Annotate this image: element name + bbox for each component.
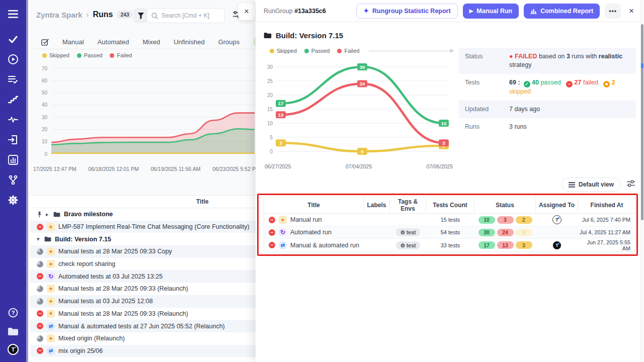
list-item[interactable]: ✦Manual tests at 03 Jul 2025 12:08 [30,295,256,308]
gear-icon[interactable] [7,194,19,206]
runs-table: TitleLabelsTags & EnvsTests CountStatusA… [264,197,636,252]
combined-report-button[interactable]: Combined Report [524,4,600,19]
build-title: Build: Version 7.15 [276,31,343,40]
menu-icon[interactable] [7,8,19,20]
in-progress-status-icon [37,248,43,255]
assigned-cell: T [536,214,578,226]
manual-run-icon: ✦ [47,310,55,318]
svg-text:13: 13 [278,112,284,118]
svg-text:10: 10 [441,121,447,126]
select-runs-icon[interactable] [41,38,49,46]
legend-item: Failed [337,48,359,54]
tag-pill[interactable]: ⚙ test [396,228,420,236]
list-item[interactable]: ✦Mixed origin (Relaunch) [30,332,256,345]
svg-text:0: 0 [361,149,363,154]
more-actions-button[interactable]: ••• [605,4,621,19]
manual-run-button[interactable]: ▶ Manual Run [463,4,519,19]
import-icon[interactable] [7,134,19,146]
list-item[interactable]: ✦check report sharing [30,258,256,270]
svg-text:60: 60 [42,78,48,83]
table-row[interactable]: −⇄Manual & automated run ⚙ test 33 tests… [264,239,635,251]
list-item[interactable]: −✦LMP-587 Implement Real-Time Chat Messa… [30,221,256,233]
failed-icon: − [566,81,573,87]
tab-automated[interactable]: Automated [98,38,129,46]
area-chart: 010203040506070 [32,60,257,163]
table-row[interactable]: −↻Automated run ⚙ test 54 tests 30240 Ju… [264,226,635,239]
legend-item: Failed [110,52,132,58]
list-item[interactable]: −✦Manual tests at 28 Mar 2025 09:33 (Rel… [30,308,256,320]
svg-text:40: 40 [42,102,48,108]
steps-icon[interactable] [7,94,19,106]
failed-status-icon: − [37,323,43,329]
search-input[interactable] [162,12,217,19]
svg-text:20: 20 [42,127,48,132]
skipped-icon [603,81,610,87]
caret-right-icon[interactable]: ▸ [46,211,50,218]
scrollbar-marker [641,63,643,68]
legend-item: Skipped [270,48,297,54]
chart-legend: SkippedPassedFailed [32,50,257,60]
tab-manual[interactable]: Manual [62,38,84,46]
list-item[interactable]: ✦Manual tests at 28 Mar 2025 09:33 Copy [30,245,256,258]
tab-groups[interactable]: Groups [218,38,240,46]
default-view-button[interactable]: Default view [561,177,621,192]
play-circle-icon[interactable] [7,53,19,65]
check-icon[interactable] [7,33,19,45]
scrollbar-thumb[interactable] [641,24,643,220]
rungroup-header: RunGroup #13a335c6 ✦ Rungroup Statistic … [256,0,644,22]
scrollbar-track[interactable] [640,0,644,362]
manual-run-icon: ✦ [47,260,55,268]
pulse-icon[interactable] [7,114,19,126]
close-panel-button[interactable]: × [238,3,255,20]
list-check-icon[interactable] [7,73,19,85]
automated-run-icon: ↻ [47,273,55,281]
projects-folder-icon[interactable] [7,325,19,337]
tag-pill[interactable]: ⚙ test [396,241,420,249]
manual-run-icon: ✦ [47,334,55,342]
rungroup-statistic-report-button[interactable]: ✦ Rungroup Statistic Report [356,4,457,19]
labels-cell [364,226,390,239]
rungroup-info: Status ● FAILED based on 3 runs with rea… [459,48,636,169]
column-header-finished-at: Finished At [578,197,635,214]
list-item[interactable]: −⇄Manual & automated tests at 27 Jun 202… [30,320,256,332]
caret-down-icon[interactable]: ▾ [37,236,41,242]
view-settings-icon[interactable] [627,180,635,189]
branch-icon[interactable] [7,174,19,186]
tests-count-cell: 33 tests [426,239,474,251]
failed-status-icon: − [269,229,275,236]
failed-status-icon: − [37,347,43,354]
assignee-avatar[interactable]: T [552,241,561,250]
svg-text:17: 17 [278,101,284,106]
svg-text:15: 15 [267,107,273,112]
tab-unfinished[interactable]: Unfinished [174,38,204,46]
failed-status-icon: − [269,242,275,248]
breadcrumb-page[interactable]: Runs [93,10,113,19]
failed-status-icon: − [37,273,43,280]
tab-mixed[interactable]: Mixed [143,38,160,46]
user-avatar[interactable]: T [8,344,19,355]
list-item[interactable]: ▸Bravo milestone [30,208,256,221]
help-icon[interactable]: ? [7,307,19,319]
svg-text:0: 0 [44,151,47,157]
status-cell: 1032 [474,214,536,226]
list-item[interactable]: ▾Build: Version 7.15 [30,233,256,245]
svg-text:3: 3 [442,140,445,146]
breadcrumb-project[interactable]: Zyntra Spark [36,11,83,19]
svg-text:10: 10 [267,121,273,126]
rungroup-chart: SkippedPassedFailed 05101520253030213243… [264,43,454,169]
list-item[interactable]: ✦Manual tests at 28 Mar 2025 09:33 (Rela… [30,283,256,295]
column-header-title: Title [264,197,364,214]
close-rungroup-button[interactable]: × [627,6,636,16]
list-item[interactable]: −⇄mix origin 25/06 [30,345,256,357]
report-chart-icon[interactable] [7,154,19,166]
list-item[interactable]: −↻Automated tests at 03 Jul 2025 13:25 [30,270,256,283]
labels-cell [364,214,390,226]
table-row[interactable]: −✦Manual run 15 tests 1032 T Jul 6, 2025… [264,214,635,226]
legend-item: Passed [304,48,330,54]
list-header-title: Title [196,198,208,205]
failed-status-icon: − [37,224,43,230]
assignee-avatar[interactable]: T [552,215,561,224]
manual-run-icon: ✦ [47,223,55,231]
assigned-cell [536,226,578,239]
search-box[interactable] [146,8,225,23]
